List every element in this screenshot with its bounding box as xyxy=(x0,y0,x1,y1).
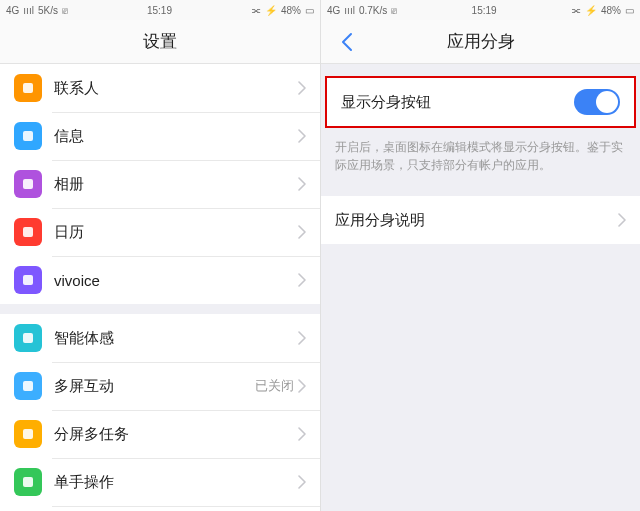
settings-row[interactable]: 联系人 xyxy=(0,64,320,112)
vibrate-icon: ⫘ xyxy=(251,5,261,16)
multiscreen-icon xyxy=(14,372,42,400)
speed-label: 0.7K/s xyxy=(359,5,387,16)
svg-rect-0 xyxy=(23,83,33,93)
battery-shape-icon: ▭ xyxy=(305,5,314,16)
row-label: 信息 xyxy=(54,127,298,146)
row-label: vivoice xyxy=(54,272,298,289)
settings-row[interactable]: 相册 xyxy=(0,160,320,208)
toggle-switch[interactable] xyxy=(574,89,620,115)
row-label: 多屏互动 xyxy=(54,377,255,396)
chevron-right-icon xyxy=(298,129,306,143)
vibrate-icon: ⫘ xyxy=(571,5,581,16)
svg-rect-3 xyxy=(23,227,33,237)
svg-rect-6 xyxy=(23,381,33,391)
vivoice-icon xyxy=(14,266,42,294)
battery-icon: ⚡ xyxy=(265,5,277,16)
net-label: 4G xyxy=(6,5,19,16)
phone-left: 4G ıııl 5K/s ⎚ 15:19 ⫘ ⚡ 48% ▭ 设置 联系人信息相… xyxy=(0,0,320,511)
toggle-row-show-clone[interactable]: 显示分身按钮 xyxy=(327,78,634,126)
onehand-icon xyxy=(14,468,42,496)
svg-rect-8 xyxy=(23,477,33,487)
row-label: 智能体感 xyxy=(54,329,298,348)
statusbar: 4G ıııl 0.7K/s ⎚ 15:19 ⫘ ⚡ 48% ▭ xyxy=(321,0,640,20)
chevron-right-icon xyxy=(298,177,306,191)
appclone-content[interactable]: 显示分身按钮 开启后，桌面图标在编辑模式将显示分身按钮。鉴于实际应用场景，只支持… xyxy=(321,64,640,511)
row-label: 相册 xyxy=(54,175,298,194)
row-label: 日历 xyxy=(54,223,298,242)
row-label: 分屏多任务 xyxy=(54,425,298,444)
sim-icon: ⎚ xyxy=(62,5,68,16)
calendar-icon xyxy=(14,218,42,246)
topbar: 应用分身 xyxy=(321,20,640,64)
battery-label: 48% xyxy=(601,5,621,16)
group-info: 应用分身说明 xyxy=(321,196,640,244)
chevron-right-icon xyxy=(298,331,306,345)
svg-rect-5 xyxy=(23,333,33,343)
settings-row[interactable]: 智能体感 xyxy=(0,314,320,362)
phone-right: 4G ıııl 0.7K/s ⎚ 15:19 ⫘ ⚡ 48% ▭ 应用分身 显示… xyxy=(320,0,640,511)
svg-rect-2 xyxy=(23,179,33,189)
photos-icon xyxy=(14,170,42,198)
contacts-icon xyxy=(14,74,42,102)
toggle-label: 显示分身按钮 xyxy=(341,93,574,112)
battery-label: 48% xyxy=(281,5,301,16)
messages-icon xyxy=(14,122,42,150)
splitscreen-icon xyxy=(14,420,42,448)
row-label: 联系人 xyxy=(54,79,298,98)
settings-list[interactable]: 联系人信息相册日历vivoice 智能体感多屏互动已关闭分屏多任务单手操作超级截… xyxy=(0,64,320,511)
net-label: 4G xyxy=(327,5,340,16)
group-features: 智能体感多屏互动已关闭分屏多任务单手操作超级截屏 xyxy=(0,314,320,511)
row-label: 单手操作 xyxy=(54,473,298,492)
settings-row[interactable]: 单手操作 xyxy=(0,458,320,506)
page-title: 设置 xyxy=(143,30,177,53)
group-apps: 联系人信息相册日历vivoice xyxy=(0,64,320,304)
battery-shape-icon: ▭ xyxy=(625,5,634,16)
row-value: 已关闭 xyxy=(255,377,294,395)
chevron-right-icon xyxy=(298,273,306,287)
chevron-right-icon xyxy=(298,81,306,95)
settings-row[interactable]: 日历 xyxy=(0,208,320,256)
back-button[interactable] xyxy=(329,20,365,64)
topbar: 设置 xyxy=(0,20,320,64)
battery-icon: ⚡ xyxy=(585,5,597,16)
chevron-right-icon xyxy=(298,225,306,239)
svg-rect-7 xyxy=(23,429,33,439)
signal-icon: ıııl xyxy=(23,5,34,16)
settings-row[interactable]: 信息 xyxy=(0,112,320,160)
sim-icon: ⎚ xyxy=(391,5,397,16)
settings-row[interactable]: 分屏多任务 xyxy=(0,410,320,458)
svg-rect-1 xyxy=(23,131,33,141)
toggle-description: 开启后，桌面图标在编辑模式将显示分身按钮。鉴于实际应用场景，只支持部分有帐户的应… xyxy=(321,130,640,186)
speed-label: 5K/s xyxy=(38,5,58,16)
row-appclone-info[interactable]: 应用分身说明 xyxy=(321,196,640,244)
settings-row[interactable]: 多屏互动已关闭 xyxy=(0,362,320,410)
time-label: 15:19 xyxy=(472,5,497,16)
time-label: 15:19 xyxy=(147,5,172,16)
highlight-marker: 显示分身按钮 xyxy=(325,76,636,128)
chevron-right-icon xyxy=(298,427,306,441)
chevron-right-icon xyxy=(298,475,306,489)
signal-icon: ıııl xyxy=(344,5,355,16)
statusbar: 4G ıııl 5K/s ⎚ 15:19 ⫘ ⚡ 48% ▭ xyxy=(0,0,320,20)
page-title: 应用分身 xyxy=(447,30,515,53)
chevron-right-icon xyxy=(298,379,306,393)
settings-row[interactable]: vivoice xyxy=(0,256,320,304)
chevron-right-icon xyxy=(618,213,626,227)
svg-rect-4 xyxy=(23,275,33,285)
smartsense-icon xyxy=(14,324,42,352)
row-label: 应用分身说明 xyxy=(335,211,618,230)
settings-row[interactable]: 超级截屏 xyxy=(0,506,320,511)
